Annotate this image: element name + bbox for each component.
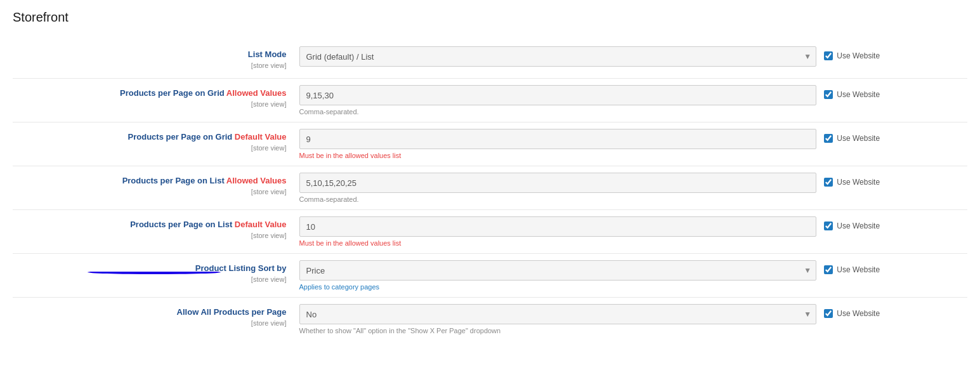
select-wrapper-allow-all-products: NoYes▼	[299, 304, 817, 324]
store-view-tag-grid-default-value: [store view]	[13, 144, 287, 152]
use-website-checkbox-list-mode[interactable]	[824, 51, 833, 60]
input-cell-allow-all-products: NoYes▼Whether to show "All" option in th…	[299, 298, 825, 341]
control-cell-list-allowed-values: Use Website	[824, 166, 967, 210]
field-label-allow-all-products: Allow All Products per Page	[177, 307, 287, 317]
use-website-checkbox-product-listing-sort[interactable]	[824, 265, 833, 274]
control-cell-list-default-value: Use Website	[824, 210, 967, 254]
use-website-checkbox-grid-default-value[interactable]	[824, 134, 833, 143]
label-cell-product-listing-sort: Product Listing Sort by[store view]	[13, 254, 299, 298]
control-cell-list-mode: Use Website	[824, 40, 967, 79]
field-label-grid-default-value: Products per Page on Grid Default Value	[128, 132, 287, 142]
settings-table: List Mode[store view]Grid (default) / Li…	[13, 40, 967, 341]
use-website-grid-allowed-values: Use Website	[824, 86, 967, 99]
settings-row: Products per Page on List Allowed Values…	[13, 166, 967, 210]
select-allow-all-products[interactable]: NoYes	[299, 304, 817, 324]
use-website-label-text-grid-allowed-values: Use Website	[837, 90, 880, 99]
store-view-tag-list-allowed-values: [store view]	[13, 188, 287, 195]
hint-allow-all-products: Whether to show "All" option in the "Sho…	[299, 327, 817, 334]
use-website-checkbox-allow-all-products[interactable]	[824, 309, 833, 318]
page-title: Storefront	[13, 10, 967, 25]
input-cell-list-default-value: Must be in the allowed values list	[299, 210, 825, 254]
store-view-tag-list-mode: [store view]	[13, 62, 287, 69]
input-cell-product-listing-sort: PriceNamePosition▼Applies to category pa…	[299, 254, 825, 298]
use-website-list-mode: Use Website	[824, 48, 967, 60]
hint-grid-default-value: Must be in the allowed values list	[299, 152, 817, 159]
field-label-list-mode: List Mode	[248, 50, 287, 59]
use-website-label-text-grid-default-value: Use Website	[837, 134, 880, 143]
input-list-allowed-values[interactable]	[299, 173, 817, 193]
use-website-list-allowed-values: Use Website	[824, 174, 967, 187]
select-product-listing-sort[interactable]: PriceNamePosition	[299, 260, 817, 281]
control-cell-allow-all-products: Use Website	[824, 298, 967, 341]
input-cell-list-allowed-values: Comma-separated.	[299, 166, 825, 210]
store-view-tag-list-default-value: [store view]	[13, 232, 287, 239]
settings-row: Allow All Products per Page[store view]N…	[13, 298, 967, 341]
label-cell-list-default-value: Products per Page on List Default Value[…	[13, 210, 299, 254]
select-wrapper-product-listing-sort: PriceNamePosition▼	[299, 260, 817, 281]
settings-row: Products per Page on Grid Default Value[…	[13, 122, 967, 166]
use-website-label-text-product-listing-sort: Use Website	[837, 265, 880, 274]
settings-row: Products per Page on List Default Value[…	[13, 210, 967, 254]
input-grid-default-value[interactable]	[299, 129, 817, 149]
use-website-grid-default-value: Use Website	[824, 130, 967, 143]
use-website-label-text-list-mode: Use Website	[837, 51, 880, 60]
use-website-checkbox-list-allowed-values[interactable]	[824, 178, 833, 187]
hint-list-allowed-values: Comma-separated.	[299, 195, 817, 203]
hint-grid-allowed-values: Comma-separated.	[299, 108, 817, 116]
settings-row: Products per Page on Grid Allowed Values…	[13, 79, 967, 122]
select-list-mode[interactable]: Grid (default) / ListGrid OnlyList Only	[299, 46, 817, 67]
use-website-product-listing-sort: Use Website	[824, 261, 967, 274]
settings-row: List Mode[store view]Grid (default) / Li…	[13, 40, 967, 79]
annotation-underline	[88, 270, 221, 274]
label-cell-list-allowed-values: Products per Page on List Allowed Values…	[13, 166, 299, 210]
input-cell-grid-default-value: Must be in the allowed values list	[299, 122, 825, 166]
store-view-tag-product-listing-sort: [store view]	[13, 275, 287, 283]
field-label-list-allowed-values: Products per Page on List Allowed Values	[122, 176, 287, 185]
use-website-checkbox-list-default-value[interactable]	[824, 222, 833, 230]
label-cell-grid-default-value: Products per Page on Grid Default Value[…	[13, 122, 299, 166]
control-cell-product-listing-sort: Use Website	[824, 254, 967, 298]
use-website-label-text-allow-all-products: Use Website	[837, 309, 880, 318]
store-view-tag-allow-all-products: [store view]	[13, 319, 287, 327]
use-website-allow-all-products: Use Website	[824, 305, 967, 318]
field-label-product-listing-sort: Product Listing Sort by	[195, 263, 287, 273]
label-cell-grid-allowed-values: Products per Page on Grid Allowed Values…	[13, 79, 299, 122]
use-website-list-default-value: Use Website	[824, 218, 967, 230]
input-grid-allowed-values[interactable]	[299, 85, 817, 105]
input-cell-list-mode: Grid (default) / ListGrid OnlyList Only▼	[299, 40, 825, 79]
input-list-default-value[interactable]	[299, 216, 817, 237]
hint-product-listing-sort: Applies to category pages	[299, 283, 817, 291]
label-cell-list-mode: List Mode[store view]	[13, 40, 299, 79]
label-cell-allow-all-products: Allow All Products per Page[store view]	[13, 298, 299, 341]
control-cell-grid-default-value: Use Website	[824, 122, 967, 166]
select-wrapper-list-mode: Grid (default) / ListGrid OnlyList Only▼	[299, 46, 817, 67]
use-website-checkbox-grid-allowed-values[interactable]	[824, 90, 833, 99]
hint-list-default-value: Must be in the allowed values list	[299, 239, 817, 247]
control-cell-grid-allowed-values: Use Website	[824, 79, 967, 122]
settings-row: Product Listing Sort by[store view]Price…	[13, 254, 967, 298]
field-label-list-default-value: Products per Page on List Default Value	[130, 220, 286, 229]
input-cell-grid-allowed-values: Comma-separated.	[299, 79, 825, 122]
use-website-label-text-list-default-value: Use Website	[837, 222, 880, 230]
store-view-tag-grid-allowed-values: [store view]	[13, 100, 287, 108]
field-label-grid-allowed-values: Products per Page on Grid Allowed Values	[120, 88, 286, 98]
use-website-label-text-list-allowed-values: Use Website	[837, 178, 880, 187]
